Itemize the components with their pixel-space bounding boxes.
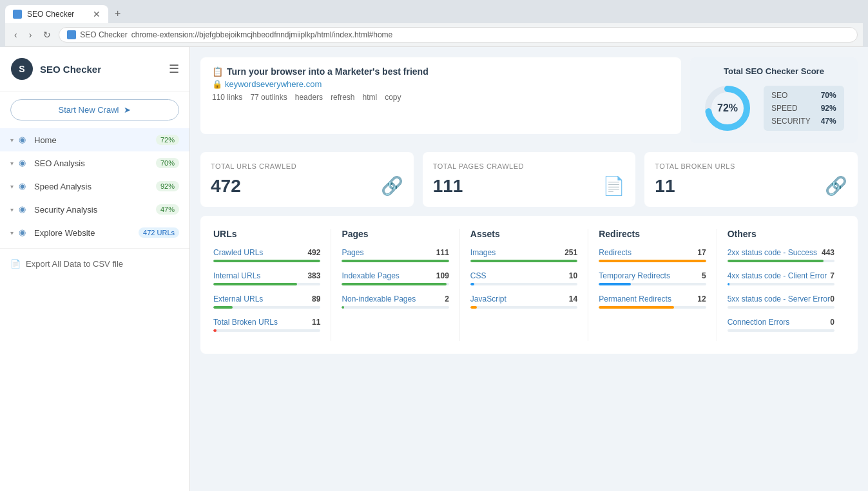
stat-card: TOTAL BROKEN URLS 11 🔗	[644, 152, 858, 207]
metric-value: 383	[307, 271, 320, 280]
progress-bar	[213, 329, 320, 332]
progress-fill	[213, 329, 217, 332]
metric-row: Temporary Redirects 5	[599, 271, 706, 285]
metric-label: CSS	[470, 271, 487, 280]
nav-icon-security: ◉	[19, 204, 29, 215]
address-url: chrome-extension://bjefgbbejoikmcjhbeodf…	[131, 30, 393, 39]
nav-badge: 472 URLs	[139, 227, 179, 238]
sidebar-item-seo[interactable]: ▾ ◉ SEO Analysis 70%	[0, 151, 189, 175]
promo-link[interactable]: 🔒 keywordseverywhere.com	[212, 79, 429, 89]
metric-row: Non-indexable Pages 2	[342, 294, 448, 309]
metric-row: JavaScript 14	[470, 294, 577, 309]
tab-favicon	[13, 10, 22, 19]
refresh-button[interactable]: ↻	[39, 28, 55, 42]
metric-row: CSS 10	[470, 271, 577, 285]
logo-text: SEO Checker	[40, 64, 101, 75]
metric-value: 0	[830, 294, 834, 303]
stat-icon: 🔗	[381, 175, 403, 197]
promo-content: 📋 Turn your browser into a Marketer's be…	[212, 66, 429, 102]
promo-link-item[interactable]: refresh	[331, 93, 354, 102]
browser-tab[interactable]: SEO Checker ✕	[5, 5, 108, 23]
metric-header: 4xx status code - Client Error 7	[728, 271, 834, 280]
promo-link-item[interactable]: 77 outlinks	[250, 93, 287, 102]
metric-label: Crawled URLs	[213, 248, 263, 257]
sidebar-item-security[interactable]: ▾ ◉ Security Analysis 47%	[0, 198, 189, 221]
metric-value: 251	[564, 248, 577, 257]
sidebar-item-home[interactable]: ▾ ◉ Home 72%	[0, 128, 189, 151]
metric-header: Crawled URLs 492	[213, 248, 320, 257]
sidebar-item-speed[interactable]: ▾ ◉ Speed Analysis 92%	[0, 175, 189, 198]
nav-badge: 72%	[156, 135, 179, 145]
score-items: SEO70%SPEED92%SECURITY47%	[764, 86, 844, 131]
stat-card: TOTAL PAGES CRAWLED 111 📄	[423, 152, 636, 207]
new-tab-button[interactable]: +	[108, 4, 127, 23]
progress-bar	[213, 306, 320, 309]
score-label: SEO	[771, 91, 787, 100]
analysis-col: Others 2xx status code - Success 443 4xx…	[717, 229, 845, 341]
col-title: URLs	[213, 229, 320, 239]
start-crawl-label: Start New Crawl	[59, 105, 119, 115]
score-value: 92%	[821, 104, 836, 113]
start-crawl-button[interactable]: Start New Crawl ➤	[10, 99, 179, 120]
metric-label: Indexable Pages	[342, 271, 399, 280]
analysis-col: Redirects Redirects 17 Temporary Redirec…	[588, 229, 717, 341]
progress-bar	[342, 306, 448, 309]
nav-icon-speed: ◉	[19, 181, 29, 191]
tab-label: SEO Checker	[27, 10, 74, 19]
progress-bar	[728, 306, 834, 309]
address-favicon	[67, 30, 76, 39]
col-title: Others	[728, 229, 834, 239]
metric-row: Crawled URLs 492	[213, 248, 320, 262]
metric-row: 5xx status code - Server Error 0	[728, 294, 834, 309]
export-button[interactable]: 📄 Export All Data to CSV file	[0, 253, 189, 275]
metric-header: CSS 10	[470, 271, 577, 280]
stat-label: TOTAL PAGES CRAWLED	[433, 162, 626, 170]
stat-value-row: 11 🔗	[655, 175, 847, 197]
tab-close-button[interactable]: ✕	[93, 9, 101, 19]
nav-icon-home: ◉	[19, 135, 29, 145]
export-label: Export All Data to CSV file	[26, 259, 123, 269]
progress-bar	[599, 260, 706, 262]
nav-label: Speed Analysis	[34, 182, 151, 191]
score-value: 70%	[821, 91, 836, 100]
metric-row: Total Broken URLs 11	[213, 318, 320, 332]
analysis-col: Assets Images 251 CSS 10	[460, 229, 588, 341]
logo-icon: S	[10, 57, 34, 81]
back-button[interactable]: ‹	[10, 28, 21, 42]
nav-icon-explore: ◉	[19, 227, 29, 238]
analysis-columns: URLs Crawled URLs 492 Internal URLs 383	[213, 229, 845, 341]
send-icon: ➤	[124, 105, 131, 115]
metric-row: Connection Errors 0	[728, 318, 834, 332]
progress-fill	[599, 306, 673, 309]
progress-bar	[728, 260, 834, 262]
stat-value: 472	[211, 176, 241, 197]
menu-icon[interactable]: ☰	[169, 62, 179, 76]
metric-value: 10	[569, 271, 577, 280]
score-row: SEO70%	[771, 91, 836, 100]
app-layout: S SEO Checker ☰ Start New Crawl ➤ ▾ ◉ Ho…	[0, 47, 868, 491]
promo-link-item[interactable]: html	[362, 93, 377, 102]
chevron-icon: ▾	[10, 160, 14, 167]
score-value: 47%	[821, 117, 836, 126]
metric-value: 11	[312, 318, 320, 327]
progress-fill	[728, 260, 824, 262]
col-title: Pages	[342, 229, 448, 239]
address-bar[interactable]: SEO Checker chrome-extension://bjefgbbej…	[59, 27, 858, 43]
promo-link-item[interactable]: headers	[295, 93, 323, 102]
promo-link-item[interactable]: 110 links	[212, 93, 242, 102]
stat-value-row: 472 🔗	[211, 175, 403, 197]
analysis-col: URLs Crawled URLs 492 Internal URLs 383	[213, 229, 331, 341]
metric-label: 5xx status code - Server Error	[728, 294, 830, 303]
promo-link-item[interactable]: copy	[385, 93, 401, 102]
progress-fill	[599, 260, 706, 262]
progress-fill	[470, 283, 475, 285]
sidebar-item-explore[interactable]: ▾ ◉ Explore Website 472 URLs	[0, 221, 189, 244]
progress-bar	[599, 306, 706, 309]
metric-header: External URLs 89	[213, 294, 320, 303]
score-row: SECURITY47%	[771, 117, 836, 126]
main-content: 📋 Turn your browser into a Marketer's be…	[190, 47, 868, 491]
forward-button[interactable]: ›	[25, 28, 36, 42]
metric-header: Indexable Pages 109	[342, 271, 448, 280]
metric-value: 111	[436, 248, 449, 257]
top-row: 📋 Turn your browser into a Marketer's be…	[200, 57, 858, 143]
